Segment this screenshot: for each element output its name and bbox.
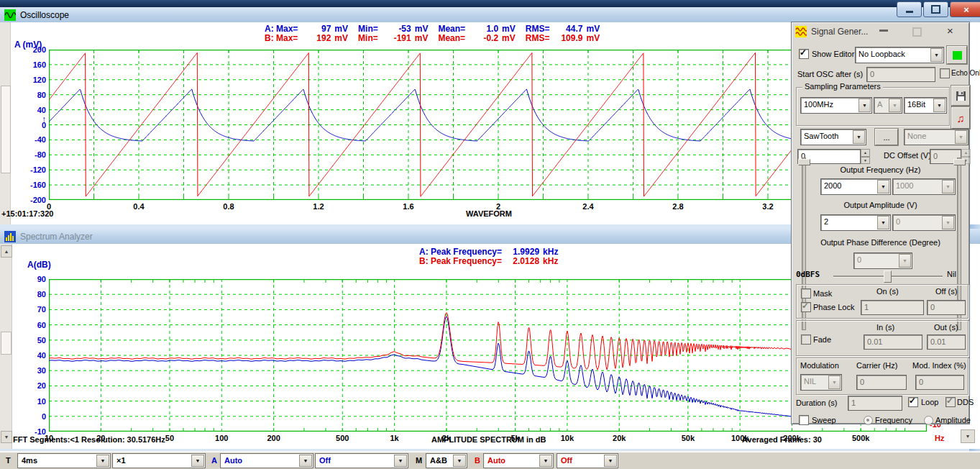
mode-label: M bbox=[416, 456, 422, 465]
y-tick-label: -80 bbox=[22, 150, 46, 159]
amplitude-b-select: 0▼ bbox=[892, 214, 956, 231]
chevron-down-icon[interactable]: ▼ bbox=[96, 455, 109, 467]
chevron-down-icon[interactable]: ▼ bbox=[539, 455, 552, 467]
oscilloscope-x-axis-title: WAVEFORM bbox=[466, 209, 512, 218]
scroll-down-icon[interactable]: ▼ bbox=[1, 431, 12, 443]
on-label: On (s) bbox=[876, 287, 899, 296]
oscilloscope-scrollbar[interactable] bbox=[0, 22, 11, 224]
off-label: Off (s) bbox=[935, 287, 957, 296]
siggen-titlebar[interactable]: Signal Gener... × bbox=[792, 22, 969, 41]
output-amplitude-label: Output Amplitude (V) bbox=[792, 201, 969, 209]
siggen-close-icon[interactable]: × bbox=[947, 24, 953, 37]
chevron-down-icon[interactable]: ▼ bbox=[299, 455, 312, 467]
maximize-button[interactable] bbox=[923, 1, 948, 17]
phase-lock-checkbox: ✓ bbox=[801, 302, 811, 312]
chevron-down-icon[interactable]: ▼ bbox=[858, 99, 871, 112]
dds-checkbox: ✓ bbox=[945, 397, 956, 407]
show-editor-checkbox[interactable]: ✓ bbox=[799, 49, 809, 59]
chevron-down-icon[interactable]: ▼ bbox=[877, 216, 889, 229]
scroll-up-icon[interactable]: ▲ bbox=[1, 245, 12, 258]
left-level-slider-thumb[interactable] bbox=[798, 159, 810, 165]
channel-mode-select[interactable]: A&B▼ bbox=[426, 453, 467, 468]
oscilloscope-stats: A: Max=97mVMin=-53mVMean=1.0mVRMS=44.7mV… bbox=[265, 24, 739, 42]
carrier-label: Carrier (Hz) bbox=[856, 361, 897, 370]
chevron-down-icon[interactable]: ▼ bbox=[453, 455, 466, 467]
amplitude-a-select[interactable]: 2▼ bbox=[820, 214, 891, 231]
wave-type-select[interactable]: SawTooth▼ bbox=[800, 129, 866, 145]
frequency-a-select[interactable]: 2000▼ bbox=[820, 178, 891, 195]
dbfs-label: 0dBFS bbox=[796, 270, 820, 279]
chevron-down-icon[interactable]: ▼ bbox=[394, 455, 407, 467]
x-tick-label: 3.2 bbox=[762, 202, 773, 211]
mask-checkbox bbox=[801, 288, 811, 299]
dbfs-slider-thumb[interactable] bbox=[884, 270, 892, 283]
dc-offset-a-spinner[interactable]: ▲▼ bbox=[861, 149, 870, 164]
save-button[interactable] bbox=[951, 86, 970, 106]
chevron-down-icon[interactable]: ▼ bbox=[853, 130, 865, 144]
x-tick-label: 1.2 bbox=[313, 202, 324, 211]
start-osc-input[interactable]: 0 bbox=[866, 67, 935, 82]
right-level-slider-thumb[interactable] bbox=[953, 159, 966, 165]
fade-out-label: Out (s) bbox=[934, 323, 958, 332]
x-tick-label: 20k bbox=[613, 434, 626, 442]
app-root: { "window": { "minimize": "minimize", "m… bbox=[0, 0, 980, 469]
channel-b-mode-select[interactable]: Off▼ bbox=[557, 453, 618, 468]
fade-out-input: 0.01 bbox=[927, 334, 966, 350]
x-tick-label: 2.4 bbox=[582, 202, 593, 211]
oscilloscope-scrollbar-thumb[interactable] bbox=[1, 86, 11, 173]
channel-b-trigger-select[interactable]: Auto▼ bbox=[483, 453, 554, 468]
chevron-down-icon[interactable]: ▼ bbox=[604, 455, 617, 467]
channel-a-mode-select[interactable]: Off▼ bbox=[315, 453, 408, 468]
loopback-select[interactable]: No Loopback▼ bbox=[855, 47, 944, 63]
mask-off-input: 0 bbox=[927, 300, 966, 315]
spectrum-y-axis-title: A(dB) bbox=[27, 260, 51, 270]
y-tick-label: -160 bbox=[22, 181, 46, 189]
spectrum-dropdown-icon[interactable]: ▼ bbox=[961, 429, 975, 443]
x-tick-label: 500k bbox=[852, 434, 869, 442]
loop-checkbox[interactable]: ✓ bbox=[908, 397, 918, 407]
channel-a-trigger-select[interactable]: Auto▼ bbox=[220, 453, 313, 468]
siggen-minimize-icon[interactable] bbox=[879, 29, 888, 32]
sampling-bits-select[interactable]: 16Bit▼ bbox=[904, 97, 947, 114]
sampling-rate-select[interactable]: 100MHz▼ bbox=[800, 97, 872, 114]
minimize-button[interactable] bbox=[897, 1, 922, 17]
x-unit-label: Hz bbox=[935, 434, 944, 442]
phase-difference-label: Output Phase Difference (Degree) bbox=[792, 238, 969, 247]
close-button[interactable]: × bbox=[950, 1, 980, 17]
trigger-marker-icon[interactable]: ↑ bbox=[42, 114, 46, 124]
run-button[interactable] bbox=[947, 46, 967, 64]
chevron-down-icon[interactable]: ▼ bbox=[191, 455, 204, 467]
sweep-checkbox[interactable] bbox=[799, 415, 809, 425]
more-options-button[interactable]: ... bbox=[875, 129, 898, 145]
spectrum-scrollbar-thumb[interactable] bbox=[1, 332, 12, 355]
siggen-title: Signal Gener... bbox=[811, 27, 868, 37]
echo-only-label: Echo Only bbox=[951, 69, 980, 77]
nil-label: Nil bbox=[947, 270, 956, 278]
mask-label: Mask bbox=[813, 289, 832, 298]
y-tick-label: -40 bbox=[22, 135, 46, 144]
multiplier-select[interactable]: ×1▼ bbox=[112, 453, 206, 468]
spectrum-scrollbar[interactable]: ▲ ▼ bbox=[0, 244, 12, 449]
stats-row: B: Max=192mVMin=-191mVMean=-0.2mVRMS=109… bbox=[265, 33, 739, 42]
y-tick-label: 20 bbox=[22, 381, 46, 390]
sweep-frequency-radio bbox=[864, 416, 873, 425]
tone-editor-button[interactable]: ♫ bbox=[951, 107, 970, 129]
x-tick-label: 10k bbox=[561, 434, 574, 442]
x-tick-label: 1k bbox=[390, 434, 398, 442]
sampling-channel-select: A▼ bbox=[874, 97, 902, 114]
phase-lock-label: Phase Lock bbox=[813, 303, 854, 311]
minimize-icon bbox=[906, 11, 913, 13]
floppy-disk-icon bbox=[956, 91, 966, 101]
chevron-down-icon[interactable]: ▼ bbox=[933, 99, 945, 112]
x-tick-label: 100 bbox=[215, 434, 228, 442]
show-editor-label: Show Editor bbox=[812, 50, 854, 58]
fade-checkbox bbox=[801, 334, 811, 345]
fade-in-label: In (s) bbox=[876, 323, 894, 332]
chevron-down-icon[interactable]: ▼ bbox=[877, 180, 889, 193]
timebase-select[interactable]: 4ms▼ bbox=[17, 453, 111, 468]
x-tick-label: 0.4 bbox=[133, 202, 144, 211]
app-title-strip bbox=[0, 0, 980, 7]
oscilloscope-titlebar[interactable]: Oscilloscope bbox=[0, 7, 980, 23]
chevron-down-icon[interactable]: ▼ bbox=[930, 48, 943, 62]
stats-row: B: Peak Frequency=2.0128kHz bbox=[419, 256, 558, 265]
